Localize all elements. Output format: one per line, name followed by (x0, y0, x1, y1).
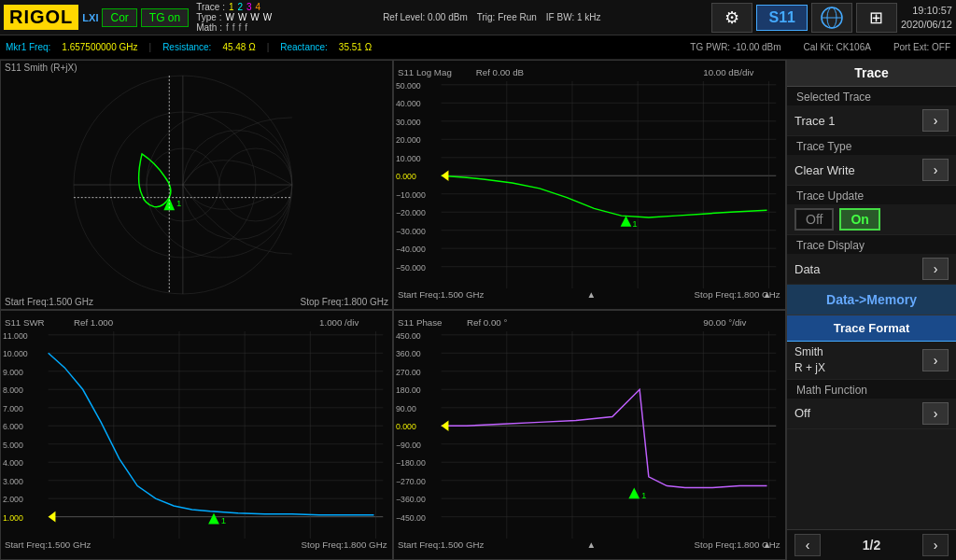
svg-rect-16 (394, 63, 785, 306)
trace-display-arrow[interactable]: › (922, 258, 949, 280)
top-bar: RIGOL LXI Cor TG on Trace : 1 2 3 4 Type… (0, 0, 956, 35)
trace-4-num[interactable]: 4 (256, 2, 261, 12)
svg-text:10.000: 10.000 (3, 349, 28, 358)
trace-3-num[interactable]: 3 (246, 2, 252, 12)
ref-level: Ref Level: 0.00 dBm (383, 12, 468, 22)
math-function-row: Off › (787, 399, 956, 429)
resistance-val: 45.48 Ω (222, 42, 255, 52)
if-bw: IF BW: 1 kHz (546, 12, 601, 22)
trace-update-toggle-row: Off On (787, 204, 956, 235)
vna-icon-btn[interactable] (811, 3, 852, 33)
svg-text:10.000: 10.000 (396, 154, 421, 163)
svg-text:450.00: 450.00 (396, 331, 421, 341)
smith-stop: Stop Freq:1.800 GHz (301, 297, 389, 307)
svg-text:▲: ▲ (587, 539, 597, 550)
selected-trace-label: Selected Trace (787, 87, 956, 105)
svg-text:Ref 0.00 °: Ref 0.00 ° (467, 317, 508, 328)
trace-type-row: Clear Write › (787, 155, 956, 186)
resistance-label: Resistance: (162, 42, 211, 52)
settings-icon-btn[interactable]: ⚙ (711, 3, 752, 33)
math-function-arrow[interactable]: › (922, 402, 949, 425)
svg-text:90.00 °/div: 90.00 °/div (703, 317, 746, 328)
svg-text:−180.00: −180.00 (396, 458, 426, 468)
phase-panel: S11 Phase Ref 0.00 ° 90.00 °/div 450.00 … (393, 310, 786, 560)
type-2: W (238, 12, 246, 22)
svg-text:Ref 0.00 dB: Ref 0.00 dB (476, 67, 524, 77)
right-sidebar: Trace Selected Trace Trace 1 › Trace Typ… (787, 60, 956, 560)
svg-text:▲: ▲ (763, 289, 772, 300)
math-2: f (232, 22, 235, 33)
panels-area: S11 Smith (R+jX) (0, 60, 787, 560)
page-indicator: 1/2 (863, 538, 880, 553)
svg-text:−30.000: −30.000 (396, 227, 426, 236)
next-page-btn[interactable]: › (922, 534, 949, 556)
svg-text:Start Freq:1.500 GHz: Start Freq:1.500 GHz (5, 539, 91, 550)
trace-display-label: Trace Display (787, 235, 956, 254)
trace-format-val1: Smith (794, 344, 825, 360)
trace-type-arrow[interactable]: › (922, 159, 949, 181)
svg-text:Start Freq:1.500 GHz: Start Freq:1.500 GHz (398, 289, 485, 300)
toggle-on-btn[interactable]: On (839, 208, 879, 231)
tg-button[interactable]: TG on (141, 8, 189, 27)
trace-format-values: Smith R + jX (794, 344, 825, 376)
cor-button[interactable]: Cor (102, 8, 136, 27)
selected-trace-arrow[interactable]: › (922, 109, 949, 132)
svg-text:1: 1 (632, 218, 637, 229)
svg-text:−360.00: −360.00 (396, 495, 426, 504)
trace-type-val: Clear Write (794, 163, 855, 177)
svg-text:Ref 1.000: Ref 1.000 (74, 317, 114, 328)
rigol-logo: RIGOL (4, 5, 78, 30)
trace-display-row: Data › (787, 254, 956, 285)
svg-text:−10.000: −10.000 (396, 190, 426, 200)
math-label: Math : (196, 22, 222, 33)
math-4: f (245, 22, 247, 33)
prev-page-btn[interactable]: ‹ (794, 534, 821, 556)
svg-text:9.000: 9.000 (3, 368, 23, 377)
svg-text:1.000: 1.000 (3, 513, 23, 523)
trace-2-num[interactable]: 2 (237, 2, 243, 12)
trace-format-arrow[interactable]: › (922, 349, 949, 371)
s11-button[interactable]: S11 (756, 5, 807, 31)
svg-text:−90.00: −90.00 (396, 441, 421, 450)
trace-1-num[interactable]: 1 (229, 2, 234, 12)
svg-text:S11 SWR: S11 SWR (5, 317, 45, 328)
logmag-panel: S11 Log Mag Ref 0.00 dB 10.00 dB/div 50.… (393, 60, 786, 310)
main-layout: S11 Smith (R+jX) (0, 60, 956, 560)
grid-icon-btn[interactable]: ⊞ (856, 3, 897, 33)
data-memory-btn[interactable]: Data->Memory (787, 285, 956, 315)
selected-trace-val: Trace 1 (794, 114, 836, 128)
svg-text:1: 1 (641, 490, 646, 500)
math-function-label: Math Function (787, 380, 956, 399)
math-1: f (226, 22, 229, 33)
trace-label: Trace : (196, 2, 225, 12)
trace-type-label: Trace Type (787, 136, 956, 155)
svg-text:20.000: 20.000 (396, 135, 421, 145)
svg-text:6.000: 6.000 (3, 422, 23, 431)
datetime: 19:10:57 2020/06/12 (901, 4, 952, 31)
trig-info: Trig: Free Run (477, 12, 537, 22)
math-3: f (239, 22, 242, 33)
svg-text:S11 Log Mag: S11 Log Mag (398, 67, 452, 77)
selected-trace-row: Trace 1 › (787, 105, 956, 136)
svg-text:S11 Phase: S11 Phase (398, 317, 443, 328)
smith-panel: S11 Smith (R+jX) (0, 60, 393, 310)
trace-format-btn[interactable]: Trace Format (787, 315, 956, 342)
svg-text:−450.00: −450.00 (396, 513, 426, 523)
svg-text:11.000: 11.000 (3, 331, 28, 341)
page-nav: ‹ 1/2 › (787, 529, 956, 560)
svg-text:1: 1 (221, 515, 226, 525)
svg-text:3.000: 3.000 (3, 477, 23, 486)
type-1: W (225, 12, 233, 22)
cal-kit: Cal Kit: CK106A (804, 42, 871, 52)
svg-text:40.000: 40.000 (396, 99, 421, 108)
trace-display-val: Data (794, 262, 820, 276)
svg-text:5.000: 5.000 (3, 441, 23, 450)
svg-text:50.000: 50.000 (396, 81, 421, 91)
toggle-off-btn[interactable]: Off (794, 208, 834, 231)
reactance-val: 35.51 Ω (339, 42, 372, 52)
svg-rect-90 (394, 313, 785, 556)
svg-text:7.000: 7.000 (3, 404, 23, 413)
svg-text:▲: ▲ (587, 289, 597, 300)
reactance-label: Reactance: (280, 42, 328, 52)
lxi-badge: LXI (82, 12, 98, 23)
